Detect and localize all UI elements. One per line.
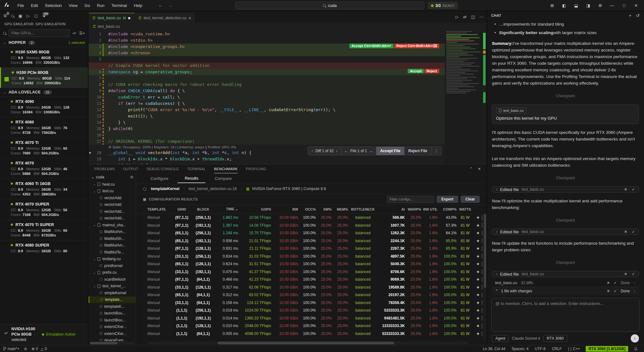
table-horizontal-scrollbar[interactable]: [147, 342, 468, 344]
table-vertical-scrollbar[interactable]: [483, 214, 487, 341]
favorite-star-icon[interactable]: ★: [476, 223, 480, 228]
tree-item-matmul-sha[interactable]: ⌄matmul_sha...: [89, 222, 136, 229]
gpu-card-h100-sxm5-80gb[interactable]: H100 SXM5 80GBCC: 9.0Memory: 80GBSMs: 13…: [0, 47, 88, 67]
gpu-card-rtx-4080[interactable]: RTX 4080CC: 8.9Memory: 16GBSMs: 76Cores:…: [0, 117, 88, 137]
column-header-block[interactable]: BLOCK: [193, 207, 216, 211]
table-row[interactable]: Manual(33,1,1)(64,1,1)0.158 ms124.12 TFl…: [136, 299, 483, 307]
subtab-configure[interactable]: Configure: [144, 174, 175, 183]
image-icon[interactable]: ▣: [18, 14, 22, 18]
favorite-star-icon[interactable]: ★: [476, 285, 480, 289]
clear-button[interactable]: Clear: [461, 196, 480, 203]
menu-view[interactable]: View: [65, 3, 81, 8]
indentation[interactable]: Spaces: 4: [512, 347, 529, 351]
favorite-star-icon[interactable]: ★: [476, 324, 480, 328]
reject-all-icon[interactable]: ✕: [607, 289, 610, 293]
split-view-icon[interactable]: ⧉: [130, 175, 133, 179]
column-header-comp[interactable]: COMP%: [440, 207, 458, 211]
gpu-card-h100-pcie-80gb[interactable]: H100 PCIe 80GBCC: 9.0Memory: 80GBSMs: 11…: [0, 67, 88, 88]
chevron-up-icon[interactable]: ⌃: [470, 167, 473, 171]
next-diff-icon[interactable]: ↓: [336, 149, 338, 153]
menu-file[interactable]: File: [14, 3, 27, 8]
file-context-chip[interactable]: test_basic.cu: [496, 108, 526, 113]
favorite-star-icon[interactable]: ★: [476, 301, 480, 305]
table-row[interactable]: Manual(1,1,1)(128,1,1)0.010 ms2048.00 TF…: [136, 322, 483, 330]
menu-help[interactable]: Help: [130, 3, 146, 8]
panel-tab-output[interactable]: OUTPUT: [123, 164, 138, 173]
panel-tab-terminal[interactable]: TERMINAL: [187, 164, 206, 173]
panel-tab-debug-console[interactable]: DEBUG CONSOLE: [146, 164, 179, 173]
panel-tab-problems[interactable]: PROBLEMS: [94, 164, 115, 173]
profile-row-button[interactable]: P: [482, 277, 483, 282]
column-header-template[interactable]: TEMPLATE: [147, 207, 173, 211]
column-header-time[interactable]: TIME ⌄: [216, 207, 240, 211]
agent-mode-chip[interactable]: Agent: [492, 335, 509, 342]
menu-edit[interactable]: Edit: [27, 3, 41, 8]
profile-row-button[interactable]: P: [482, 285, 483, 289]
tree-item-prefix-cu[interactable]: ⌄prefix.cu: [89, 269, 136, 276]
tree-item-externcker[interactable]: ⬡externCKer...: [89, 330, 136, 337]
checkpoint-divider[interactable]: Checkpoint: [492, 176, 639, 180]
favorite-star-icon[interactable]: ★: [476, 316, 480, 320]
accept-edit-icon[interactable]: ✓: [632, 230, 635, 234]
profile-row-button[interactable]: P: [482, 246, 483, 251]
column-header-sm[interactable]: SM%: [318, 207, 334, 211]
accept-edit-icon[interactable]: ✓: [632, 272, 635, 276]
settings-gear-icon[interactable]: ⚙: [595, 3, 606, 8]
prev-diff-icon[interactable]: ↑: [311, 149, 313, 153]
tree-item-testlang-cu[interactable]: ⌄testlang.cu: [89, 256, 136, 263]
search-icon[interactable]: [11, 14, 14, 18]
profile-row-button[interactable]: P: [482, 262, 483, 266]
edited-file-card[interactable]: ›Edited filetest_basic.cu✕✓: [492, 271, 639, 277]
tree-item-matmulsh[interactable]: ⬡MatMulSh...: [89, 235, 136, 242]
gpu-memory-badge[interactable]: RTX 3060 [1.8/12GB]: [586, 346, 628, 352]
tree-item-matmulam[interactable]: ⬡MatMulAm...: [89, 229, 136, 236]
profile-row-button[interactable]: P: [482, 223, 483, 228]
accept-file-button[interactable]: Accept File: [376, 147, 405, 155]
favorite-star-icon[interactable]: ★: [476, 231, 480, 235]
model-selector[interactable]: Claude Sonnet 4: [512, 336, 540, 341]
selected-checkbox-icon[interactable]: [4, 77, 9, 81]
close-icon[interactable]: ✕: [631, 3, 641, 8]
accept-edit-icon[interactable]: ✓: [632, 187, 635, 192]
table-row[interactable]: Manual(97,1,1)(192,1,1)1.397 ms14.08 TFl…: [136, 222, 483, 230]
file-diff-row[interactable]: test_basic.cu32 diffs✕✓Done◌: [492, 279, 639, 287]
favorite-star-icon[interactable]: ★: [476, 246, 480, 251]
column-header-warp[interactable]: WARP%: [407, 207, 423, 211]
sync-icon[interactable]: ⊘: [24, 347, 27, 351]
panel-right-icon[interactable]: ◨: [583, 3, 594, 8]
table-row[interactable]: Manual(65,1,1)(256,1,1)1.248 ms15.75 TFl…: [136, 229, 483, 237]
gpu-card-rtx-4070-ti-super[interactable]: RTX 4070 Ti SUPERCC: 8.9Memory: 16GBSMs:…: [0, 219, 88, 240]
menu-run[interactable]: Run: [93, 3, 108, 8]
split-editor-icon[interactable]: ◫: [471, 15, 475, 19]
panel-tab-profiling[interactable]: PROFILING: [246, 164, 266, 173]
gpu-card-rtx-4090[interactable]: RTX 4090CC: 8.9Memory: 24GBSMs: 128Cores…: [0, 96, 88, 117]
table-row[interactable]: Manual(33,1,1)(192,1,1)0.475 ms41.37 TFl…: [136, 268, 483, 276]
column-header-grid[interactable]: GRID: [173, 207, 193, 211]
menu-selection[interactable]: Selection: [41, 3, 65, 8]
table-row[interactable]: Manual(33,1,1)(256,1,1)0.634 ms31.03 TFl…: [136, 253, 483, 260]
profile-row-button[interactable]: P: [482, 316, 483, 320]
filter-configs-input[interactable]: Filter configs...: [387, 196, 434, 203]
tree-item-vectoradd[interactable]: ⬡vectorAdd...: [89, 208, 136, 215]
reject-edit-icon[interactable]: ✕: [624, 272, 627, 276]
minimap[interactable]: [445, 30, 482, 164]
profile-row-button[interactable]: P: [482, 231, 483, 236]
profile-row-button[interactable]: P: [482, 254, 483, 259]
kernel-location[interactable]: test_kernel_detection.cu:16: [189, 187, 237, 191]
checkpoint-divider[interactable]: Checkpoint: [492, 218, 639, 223]
tree-item-launchbou[interactable]: ⬡launchBou...: [89, 317, 136, 324]
favorite-star-icon[interactable]: ★: [476, 215, 480, 220]
accept-diff-button[interactable]: Accept: [408, 69, 424, 73]
diff-icon[interactable]: ⇄: [463, 15, 467, 19]
table-row[interactable]: Manual(1,1,1)(256,1,1)0.019 ms1024.00 TF…: [136, 307, 483, 314]
global-search-input[interactable]: cuda: [235, 2, 424, 9]
panel-left-icon[interactable]: ◧: [559, 3, 570, 8]
tree-item-vectoradd[interactable]: ⬡vectorAdd: [89, 201, 136, 208]
column-header-mem[interactable]: MEM%: [334, 207, 350, 211]
send-button[interactable]: ↑: [631, 334, 639, 343]
chat-input[interactable]: @ to mention, Ctrl+L to add a selection.…: [491, 298, 640, 332]
table-row[interactable]: Manual(1,1,1)(192,1,1)0.014 ms1365.33 TF…: [136, 314, 483, 322]
tree-item-templatek[interactable]: ⬡templateK...: [89, 303, 136, 310]
column-header-watts[interactable]: WATTS: [458, 207, 474, 211]
tree-item-vectoradd[interactable]: ⬡vectorAdd...: [89, 215, 136, 222]
